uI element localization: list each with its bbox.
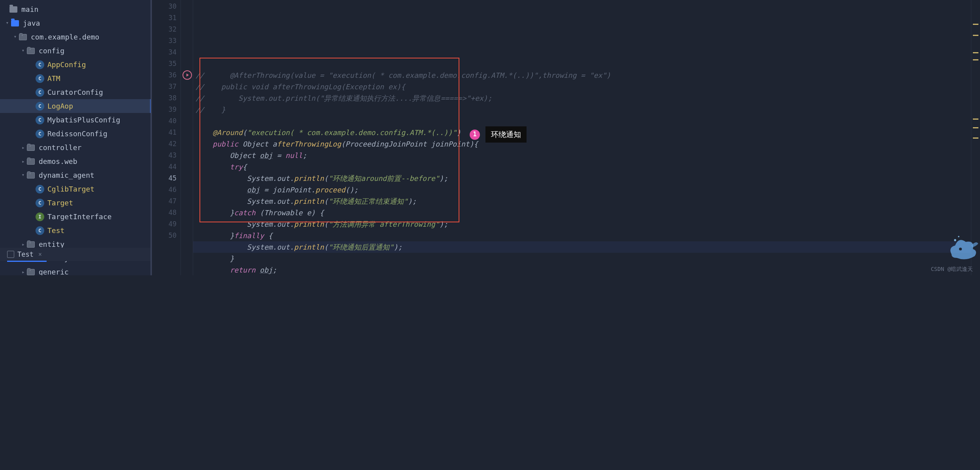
tree-node-generic[interactable]: ▸ generic bbox=[0, 265, 152, 275]
tree-label: entity bbox=[39, 240, 64, 248]
class-icon: C bbox=[36, 88, 44, 97]
line-number: 49 bbox=[152, 218, 181, 230]
class-icon: C bbox=[36, 199, 44, 207]
tree-node-class[interactable]: C MybatisPlusConfig bbox=[0, 113, 152, 127]
tree-label: java bbox=[23, 19, 40, 27]
code-line[interactable]: @Around("execution( * com.example.demo.c… bbox=[193, 127, 971, 138]
code-line[interactable]: System.out.println("环绕通知around前置--before… bbox=[193, 173, 971, 184]
file-icon bbox=[7, 251, 14, 258]
tree-label: demos.web bbox=[39, 157, 77, 165]
tree-node-class[interactable]: C CglibTarget bbox=[0, 182, 152, 196]
code-line[interactable]: Object obj = null; bbox=[193, 150, 971, 161]
line-number: 50 bbox=[152, 230, 181, 241]
class-icon: C bbox=[36, 226, 44, 235]
line-number: 39 bbox=[152, 104, 181, 115]
expand-icon[interactable]: ▸ bbox=[20, 158, 27, 164]
tree-node-class-selected[interactable]: C LogAop bbox=[0, 99, 152, 113]
line-number: 36 bbox=[152, 70, 181, 81]
editor-tab-test[interactable]: Test × bbox=[7, 248, 42, 261]
tree-label: dynamic_agent bbox=[39, 171, 94, 179]
expand-icon[interactable]: ▸ bbox=[13, 34, 19, 41]
tree-node-dynamic-agent[interactable]: ▸ dynamic_agent bbox=[0, 168, 152, 182]
code-line[interactable]: // @AfterThrowing(value = "execution( * … bbox=[193, 70, 971, 81]
expand-icon[interactable]: ▸ bbox=[20, 241, 27, 247]
line-number: 46 bbox=[152, 184, 181, 196]
ide-root: ▸ main ▸ java ▸ com.example.demo ▸ confi… bbox=[0, 0, 980, 275]
tree-label: MybatisPlusConfig bbox=[47, 116, 120, 124]
tree-node-class[interactable]: C AppConfig bbox=[0, 58, 152, 71]
svg-point-1 bbox=[954, 239, 956, 241]
tab-underline bbox=[7, 261, 47, 262]
code-line[interactable]: obj = joinPoint.proceed(); bbox=[193, 184, 971, 196]
scroll-marker bbox=[973, 35, 978, 36]
code-line[interactable]: // public void afterThrowingLog(Exceptio… bbox=[193, 81, 971, 92]
class-icon: C bbox=[36, 130, 44, 138]
line-number: 38 bbox=[152, 92, 181, 104]
tree-label: Test bbox=[47, 226, 64, 235]
class-icon: C bbox=[36, 60, 44, 69]
line-number: 41 bbox=[152, 127, 181, 138]
mascot-icon bbox=[944, 229, 980, 265]
package-icon bbox=[27, 241, 35, 248]
tree-node-class[interactable]: C ATM bbox=[0, 71, 152, 85]
tree-node-pkg-root[interactable]: ▸ com.example.demo bbox=[0, 30, 152, 44]
line-number: 32 bbox=[152, 24, 181, 35]
expand-icon[interactable]: ▸ bbox=[20, 145, 27, 150]
tree-node-class[interactable]: C RedissonConfig bbox=[0, 127, 152, 141]
tree-node-config[interactable]: ▸ config bbox=[0, 44, 152, 58]
code-line[interactable]: // } bbox=[193, 104, 971, 115]
recursive-call-icon[interactable] bbox=[182, 70, 192, 80]
expand-icon[interactable]: ▸ bbox=[5, 20, 11, 27]
expand-icon[interactable]: ▸ bbox=[21, 172, 26, 179]
code-line[interactable]: }catch (Throwable e) { bbox=[193, 207, 971, 218]
line-number: 48 bbox=[152, 207, 181, 218]
watermark: CSDN @暗武逢天 bbox=[931, 266, 973, 273]
scroll-marker bbox=[973, 137, 978, 139]
class-icon: C bbox=[36, 102, 44, 111]
svg-point-0 bbox=[959, 248, 962, 250]
code-line[interactable]: } bbox=[193, 253, 971, 264]
line-number: 37 bbox=[152, 81, 181, 92]
code-line[interactable]: // System.out.println("异常结束通知执行方法....异常信… bbox=[193, 92, 971, 104]
gutter-icons bbox=[181, 0, 193, 275]
class-icon: C bbox=[36, 185, 44, 194]
tree-node-demos-web[interactable]: ▸ demos.web bbox=[0, 154, 152, 168]
annotation-number: 1 bbox=[470, 130, 480, 140]
tree-label: ATM bbox=[47, 74, 60, 83]
scroll-marker bbox=[973, 52, 978, 53]
class-icon: C bbox=[36, 116, 44, 124]
tree-label: CglibTarget bbox=[47, 185, 94, 193]
code-line[interactable]: System.out.println("环绕通知正常结束通知"); bbox=[193, 196, 971, 207]
code-line[interactable] bbox=[193, 115, 971, 127]
project-tree[interactable]: ▸ main ▸ java ▸ com.example.demo ▸ confi… bbox=[0, 0, 152, 275]
expand-icon[interactable]: ▸ bbox=[20, 269, 27, 275]
tree-label: generic bbox=[39, 268, 69, 275]
class-icon: C bbox=[36, 74, 44, 83]
svg-point-2 bbox=[958, 236, 959, 237]
code-line[interactable]: System.out.println("方法调用异常 afterThrowing… bbox=[193, 218, 971, 230]
code-line[interactable]: public Object afterThrowingLog(Proceedin… bbox=[193, 138, 971, 150]
tree-node-java[interactable]: ▸ java bbox=[0, 16, 152, 30]
tree-node-class[interactable]: C Test bbox=[0, 224, 152, 237]
scroll-marker bbox=[973, 127, 978, 128]
line-number-gutter: 3031323334353637383940414243444546474849… bbox=[152, 0, 181, 275]
package-icon bbox=[19, 34, 27, 40]
close-icon[interactable]: × bbox=[38, 251, 42, 258]
interface-icon: I bbox=[36, 212, 44, 221]
tree-node-controller[interactable]: ▸ controller bbox=[0, 141, 152, 154]
tree-node-main[interactable]: ▸ main bbox=[0, 2, 152, 16]
code-line[interactable]: System.out.println("环绕通知后置通知"); bbox=[193, 241, 971, 253]
tree-label: config bbox=[39, 47, 64, 55]
line-number: 30 bbox=[152, 1, 181, 12]
tree-label: TargetInterface bbox=[47, 212, 112, 221]
code-editor[interactable]: // @AfterThrowing(value = "execution( * … bbox=[193, 0, 971, 275]
code-line[interactable]: return obj; bbox=[193, 264, 971, 275]
tree-node-class[interactable]: C CuratorConfig bbox=[0, 85, 152, 99]
expand-icon[interactable]: ▸ bbox=[21, 47, 26, 55]
tree-node-interface[interactable]: I TargetInterface bbox=[0, 210, 152, 224]
code-line[interactable]: try{ bbox=[193, 161, 971, 173]
line-number: 47 bbox=[152, 196, 181, 207]
code-line[interactable]: }finally { bbox=[193, 230, 971, 241]
tree-node-class[interactable]: C Target bbox=[0, 196, 152, 210]
scroll-marker bbox=[973, 24, 978, 25]
